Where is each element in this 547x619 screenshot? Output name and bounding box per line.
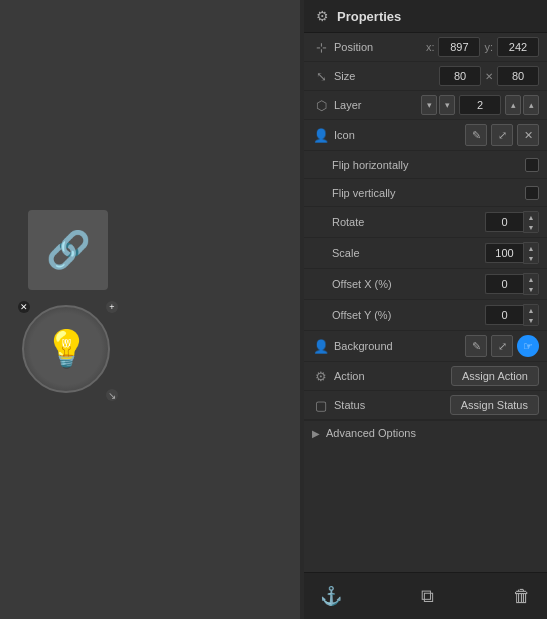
flip-v-checkbox[interactable]	[525, 186, 539, 200]
offset-x-up-btn[interactable]: ▲	[524, 274, 538, 284]
assign-status-button[interactable]: Assign Status	[450, 395, 539, 415]
rotate-label: Rotate	[332, 216, 481, 228]
panel-footer: ⚓ ⧉ 🗑	[304, 572, 547, 619]
position-y-input[interactable]	[497, 37, 539, 57]
position-label: Position	[334, 41, 422, 53]
position-values: x: y:	[426, 37, 539, 57]
scale-spinner: ▲ ▼	[485, 242, 539, 264]
canvas-area: 🔗 ✕ + 💡 ↘	[0, 0, 300, 619]
delete-button[interactable]: 🗑	[509, 582, 535, 611]
offset-y-up-btn[interactable]: ▲	[524, 305, 538, 315]
background-label: Background	[334, 340, 461, 352]
bg-edit-btn[interactable]: ✎	[465, 335, 487, 357]
scale-input[interactable]	[485, 243, 523, 263]
y-label: y:	[484, 41, 493, 53]
x-label: x:	[426, 41, 435, 53]
handle-remove[interactable]: ✕	[18, 301, 30, 313]
offset-x-arrows: ▲ ▼	[523, 273, 539, 295]
flip-v-label: Flip vertically	[332, 187, 521, 199]
status-icon: ▢	[312, 398, 330, 413]
assign-action-button[interactable]: Assign Action	[451, 366, 539, 386]
offset-y-down-btn[interactable]: ▼	[524, 315, 538, 325]
action-icon: ⚙	[312, 369, 330, 384]
position-x-input[interactable]	[438, 37, 480, 57]
bulb-container[interactable]: ✕ + 💡 ↘	[22, 305, 114, 397]
handle-resize[interactable]: ↘	[106, 389, 118, 401]
icon-row: 👤 Icon ✎ ⤢ ✕	[304, 120, 547, 151]
advanced-options-row[interactable]: ▶ Advanced Options	[304, 420, 547, 445]
size-values: ✕	[439, 66, 539, 86]
properties-panel: ⚙ Properties ⊹ Position x: y: ⤡ Size ✕	[304, 0, 547, 619]
layer-up-arrows: ▴ ▴	[505, 95, 539, 115]
size-icon: ⤡	[312, 69, 330, 84]
icon-label: Icon	[334, 129, 461, 141]
scale-down-btn[interactable]: ▼	[524, 253, 538, 263]
status-row: ▢ Status Assign Status	[304, 391, 547, 420]
flip-v-row: Flip vertically	[304, 179, 547, 207]
offset-x-row: Offset X (%) ▲ ▼	[304, 269, 547, 300]
scale-row: Scale ▲ ▼	[304, 238, 547, 269]
rotate-spinner: ▲ ▼	[485, 211, 539, 233]
cursor-hand-icon: ☞	[523, 340, 533, 353]
layer-row: ⬡ Layer ▾ ▾ ▴ ▴	[304, 91, 547, 120]
rotate-row: Rotate ▲ ▼	[304, 207, 547, 238]
scale-arrows: ▲ ▼	[523, 242, 539, 264]
panel-header: ⚙ Properties	[304, 0, 547, 33]
status-label: Status	[334, 399, 446, 411]
rotate-down-btn[interactable]: ▼	[524, 222, 538, 232]
rotate-arrows: ▲ ▼	[523, 211, 539, 233]
advanced-arrow-icon: ▶	[312, 428, 320, 439]
position-row: ⊹ Position x: y:	[304, 33, 547, 62]
offset-x-input[interactable]	[485, 274, 523, 294]
layer-values: ▾ ▾ ▴ ▴	[421, 95, 539, 115]
bulb-icon-box: 💡	[22, 305, 110, 393]
icon-remove-btn[interactable]: ✕	[517, 124, 539, 146]
panel-title: Properties	[337, 9, 401, 24]
flip-h-row: Flip horizontally	[304, 151, 547, 179]
bulb-icon: 💡	[44, 328, 89, 370]
size-row: ⤡ Size ✕	[304, 62, 547, 91]
size-h-input[interactable]	[497, 66, 539, 86]
background-actions: ✎ ⤢ ☞ Remove	[465, 335, 539, 357]
link-icon: 🔗	[46, 229, 91, 271]
layer-icon: ⬡	[312, 98, 330, 113]
size-label: Size	[334, 70, 435, 82]
offset-x-label: Offset X (%)	[332, 278, 481, 290]
position-icon: ⊹	[312, 40, 330, 55]
background-row: 👤 Background ✎ ⤢ ☞ Remove	[304, 331, 547, 362]
properties-icon: ⚙	[316, 8, 329, 24]
layer-down-btn[interactable]: ▾	[421, 95, 437, 115]
flip-h-label: Flip horizontally	[332, 159, 521, 171]
layer-input[interactable]	[459, 95, 501, 115]
rotate-input[interactable]	[485, 212, 523, 232]
offset-x-spinner: ▲ ▼	[485, 273, 539, 295]
layer-up-more-btn[interactable]: ▴	[523, 95, 539, 115]
offset-y-arrows: ▲ ▼	[523, 304, 539, 326]
offset-y-input[interactable]	[485, 305, 523, 325]
action-label: Action	[334, 370, 447, 382]
layer-up-btn[interactable]: ▴	[505, 95, 521, 115]
offset-y-label: Offset Y (%)	[332, 309, 481, 321]
icon-actions: ✎ ⤢ ✕	[465, 124, 539, 146]
icon-row-icon: 👤	[312, 128, 330, 143]
advanced-label: Advanced Options	[326, 427, 416, 439]
icon-expand-btn[interactable]: ⤢	[491, 124, 513, 146]
handle-add[interactable]: +	[106, 301, 118, 313]
rotate-up-btn[interactable]: ▲	[524, 212, 538, 222]
bg-remove-btn[interactable]: ☞	[517, 335, 539, 357]
panel-content: ⊹ Position x: y: ⤡ Size ✕ ⬡ Layer	[304, 33, 547, 572]
scale-label: Scale	[332, 247, 481, 259]
layer-label: Layer	[334, 99, 417, 111]
flip-h-checkbox[interactable]	[525, 158, 539, 172]
anchor-button[interactable]: ⚓	[316, 581, 346, 611]
action-row: ⚙ Action Assign Action	[304, 362, 547, 391]
bg-expand-btn[interactable]: ⤢	[491, 335, 513, 357]
background-icon: 👤	[312, 339, 330, 354]
offset-x-down-btn[interactable]: ▼	[524, 284, 538, 294]
size-w-input[interactable]	[439, 66, 481, 86]
link-icon-box: 🔗	[28, 210, 108, 290]
scale-up-btn[interactable]: ▲	[524, 243, 538, 253]
icon-edit-btn[interactable]: ✎	[465, 124, 487, 146]
copy-button[interactable]: ⧉	[417, 582, 438, 611]
layer-down-more-btn[interactable]: ▾	[439, 95, 455, 115]
